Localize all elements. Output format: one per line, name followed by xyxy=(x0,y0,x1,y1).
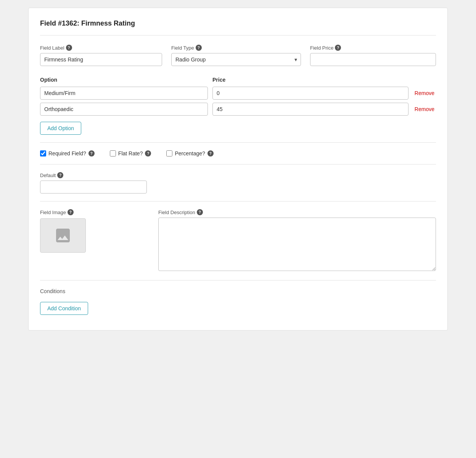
divider-1 xyxy=(40,142,436,143)
field-price-input[interactable] xyxy=(310,53,436,66)
conditions-label: Conditions xyxy=(40,288,436,294)
field-price-help-icon[interactable]: ? xyxy=(335,45,341,51)
percentage-label: Percentage? xyxy=(175,150,205,156)
add-condition-button[interactable]: Add Condition xyxy=(40,302,88,315)
option-row: Remove xyxy=(40,103,436,116)
option-price-input-1[interactable] xyxy=(212,103,408,116)
required-field-checkbox[interactable] xyxy=(40,150,46,156)
field-type-group: Field Type ? Radio Group Text Dropdown C… xyxy=(171,45,301,66)
flat-rate-checkbox[interactable] xyxy=(110,150,116,156)
col-option-header: Option xyxy=(40,77,208,83)
flat-rate-label: Flat Rate? xyxy=(118,150,143,156)
field-image-help-icon[interactable]: ? xyxy=(68,209,74,215)
field-description-textarea[interactable] xyxy=(158,218,436,271)
field-label-input[interactable] xyxy=(40,53,162,66)
field-image-label: Field Image ? xyxy=(40,209,147,215)
field-description-help-icon[interactable]: ? xyxy=(197,209,203,215)
percentage-group: Percentage? ? xyxy=(166,150,213,156)
field-label-help-icon[interactable]: ? xyxy=(66,45,72,51)
field-editor-card: Field #1362: Firmness Rating Field Label… xyxy=(28,8,448,331)
add-option-button[interactable]: Add Option xyxy=(40,122,81,135)
field-type-label: Field Type ? xyxy=(171,45,301,51)
field-image-section: Field Image ? xyxy=(40,209,147,273)
option-name-input-0[interactable] xyxy=(40,87,208,100)
field-type-select-wrapper: Radio Group Text Dropdown Checkbox Texta… xyxy=(171,53,301,66)
remove-option-button-1[interactable]: Remove xyxy=(413,106,436,112)
divider-2 xyxy=(40,164,436,164)
options-header: Option Price xyxy=(40,77,436,83)
field-price-group: Field Price ? xyxy=(310,45,436,66)
field-price-label: Field Price ? xyxy=(310,45,436,51)
required-field-help-icon[interactable]: ? xyxy=(88,150,95,156)
field-type-help-icon[interactable]: ? xyxy=(196,45,202,51)
option-name-input-1[interactable] xyxy=(40,103,208,116)
required-field-group: Required Field? ? xyxy=(40,150,95,156)
image-desc-row: Field Image ? Field Description ? xyxy=(40,209,436,273)
conditions-section: Conditions Add Condition xyxy=(40,288,436,315)
default-section: Default ? xyxy=(40,172,436,194)
col-price-header: Price xyxy=(212,77,436,83)
default-help-icon[interactable]: ? xyxy=(57,172,63,178)
option-row: Remove xyxy=(40,87,436,100)
field-type-select[interactable]: Radio Group Text Dropdown Checkbox Texta… xyxy=(171,53,301,66)
remove-option-button-0[interactable]: Remove xyxy=(413,90,436,96)
percentage-help-icon[interactable]: ? xyxy=(207,150,214,156)
flat-rate-group: Flat Rate? ? xyxy=(110,150,151,156)
default-label: Default ? xyxy=(40,172,436,178)
divider-3 xyxy=(40,201,436,202)
percentage-checkbox[interactable] xyxy=(166,150,172,156)
option-price-input-0[interactable] xyxy=(212,87,408,100)
image-icon xyxy=(54,226,72,245)
page-title: Field #1362: Firmness Rating xyxy=(40,19,436,35)
image-placeholder[interactable] xyxy=(40,218,86,253)
field-label-label: Field Label ? xyxy=(40,45,162,51)
required-field-label: Required Field? xyxy=(48,150,86,156)
field-description-section: Field Description ? xyxy=(158,209,436,273)
divider-4 xyxy=(40,280,436,281)
field-description-label: Field Description ? xyxy=(158,209,436,215)
options-section: Option Price Remove Remove Add Option xyxy=(40,77,436,135)
top-form-row: Field Label ? Field Type ? Radio Group T… xyxy=(40,45,436,66)
checkboxes-row: Required Field? ? Flat Rate? ? Percentag… xyxy=(40,150,436,156)
default-input[interactable] xyxy=(40,181,147,194)
field-label-group: Field Label ? xyxy=(40,45,162,66)
flat-rate-help-icon[interactable]: ? xyxy=(145,150,151,156)
